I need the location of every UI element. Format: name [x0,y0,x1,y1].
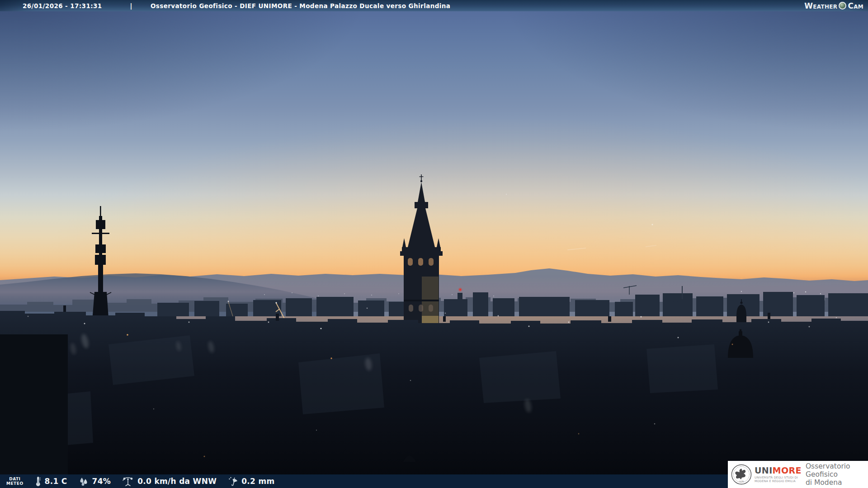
meteo-label-line2: METEO [6,481,24,486]
webcam-lens-icon [839,2,846,9]
wind-metric: 0.0 km/h da WNW [122,476,217,487]
observatory-name-line1: Osservatorio Geofisico [806,462,850,479]
humidity-metric: 74% [78,476,111,487]
cityscape-scene [0,0,868,488]
umbrella-icon [227,476,238,487]
unimore-dept-line2: MODENA E REGGIO EMILIA [755,479,796,483]
webcam-page: 26/01/2026 - 17:31:31 | Osservatorio Geo… [0,0,868,488]
meteo-label: DATI METEO [6,477,24,486]
header-separator: | [130,2,132,9]
unimore-wordmark: UNIMORE UNIVERSITÀ DEGLI STUDI DI MODENA… [755,466,802,483]
weathercam-logo-weather: Weather [804,1,837,10]
unimore-name-uni: UNI [755,465,773,475]
wind-value: 0.0 km/h da WNW [137,477,217,486]
temperature-metric: 8.1 C [34,476,67,487]
weathercam-logo: Weather Cam [804,1,863,10]
temperature-value: 8.1 C [45,477,67,486]
anemometer-icon [122,476,134,487]
credit-panel: 1175 UNIMORE UNIVERSITÀ DEGLI STUDI DI M… [728,461,868,488]
seal-year: 1175 [739,480,744,483]
unimore-seal-icon: 1175 [731,464,752,485]
humidity-icon [78,476,89,487]
weathercam-logo-cam: Cam [848,1,863,10]
observatory-name: Osservatorio Geofisico di Modena [806,462,868,487]
humidity-value: 74% [92,477,111,486]
datetime-text: 26/01/2026 - 17:31:31 [23,2,102,9]
observatory-name-line2: di Modena [806,479,842,487]
header-bar: 26/01/2026 - 17:31:31 | Osservatorio Geo… [0,0,868,11]
unimore-name-more: MORE [773,465,802,475]
precipitation-value: 0.2 mm [241,477,274,486]
weather-data-bar: DATI METEO 8.1 C 74% [0,474,728,488]
thermometer-icon [34,476,42,487]
unimore-name: UNIMORE [755,466,802,475]
precipitation-metric: 0.2 mm [227,476,274,487]
meteo-label-line1: DATI [9,477,20,481]
unimore-dept: UNIVERSITÀ DEGLI STUDI DI MODENA E REGGI… [755,476,802,483]
red-aviation-light [458,288,462,292]
unimore-dept-line1: UNIVERSITÀ DEGLI STUDI DI [755,476,798,479]
page-title: Osservatorio Geofisico - DIEF UNIMORE - … [151,2,450,9]
sky-details [506,194,656,250]
